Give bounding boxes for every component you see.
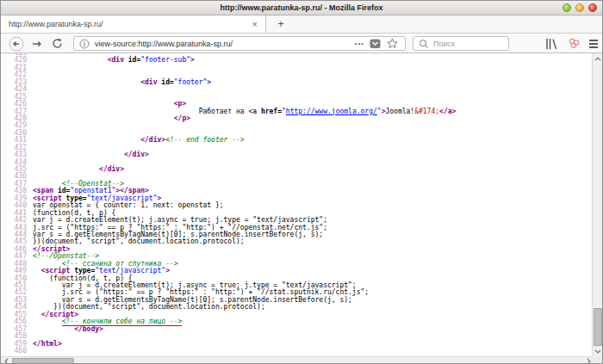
maximize-button[interactable] <box>575 3 584 12</box>
chevron-down-icon <box>594 349 601 354</box>
menu-button[interactable] <box>587 34 600 53</box>
source-line: 457 </body> <box>1 326 456 333</box>
search-icon <box>419 39 429 49</box>
source-line: 421 <box>1 65 456 71</box>
search-input[interactable] <box>433 40 534 48</box>
reload-icon <box>51 37 64 50</box>
bookmark-star-icon[interactable] <box>387 38 398 49</box>
source-line: 460 <box>1 348 456 355</box>
href-link[interactable]: http://www.joomla.org/ <box>286 108 377 115</box>
tab-title: http://www.paratunka-sp.ru/ <box>1 20 245 28</box>
line-code: </div><!-- end footer --> <box>33 136 245 144</box>
line-code: </p> <box>33 114 190 122</box>
source-line: 424 <box>1 86 456 93</box>
back-icon <box>9 36 24 52</box>
url-bar[interactable]: ••• <box>73 36 406 51</box>
source-line: 428 </p> <box>1 115 456 122</box>
library-icon <box>544 38 558 50</box>
tab-close-button[interactable]: × <box>245 19 265 29</box>
source-line: 431 </div><!-- end footer --> <box>1 137 456 144</box>
back-button[interactable] <box>8 34 25 53</box>
source-line: 433 </div> <box>1 151 456 158</box>
minimize-button[interactable] <box>563 3 571 12</box>
tab-bar: http://www.paratunka-sp.ru/ × + <box>1 15 602 34</box>
new-tab-button[interactable]: + <box>273 15 289 33</box>
source-line: 458 <box>1 333 456 340</box>
hamburger-icon <box>589 40 598 48</box>
chevron-up-icon <box>594 57 601 61</box>
url-input[interactable] <box>95 40 353 48</box>
line-code: </body> <box>33 325 103 333</box>
extension-button[interactable] <box>566 34 581 53</box>
line-code: </div> <box>33 151 149 158</box>
source-line: 429 <box>1 122 456 129</box>
browser-window: http://www.paratunka-sp.ru/ - Mozilla Fi… <box>0 0 603 364</box>
source-code: 419420 <div id="footer-sub">421422423 <d… <box>1 53 456 355</box>
titlebar[interactable]: http://www.paratunka-sp.ru/ - Mozilla Fi… <box>1 1 602 15</box>
source-view[interactable]: 419420 <div id="footer-sub">421422423 <d… <box>1 53 594 356</box>
scroll-up-button[interactable] <box>593 53 603 64</box>
page-actions-button[interactable]: ••• <box>355 40 364 47</box>
horizontal-scroll-thumb[interactable] <box>12 358 74 364</box>
reload-button[interactable] <box>49 34 65 53</box>
extension-icon <box>568 37 581 50</box>
vertical-scrollbar[interactable] <box>592 53 602 356</box>
pocket-icon[interactable] <box>370 39 381 49</box>
line-code: </div> <box>33 165 124 173</box>
search-bar[interactable] <box>413 36 509 51</box>
forward-icon <box>30 37 44 51</box>
page-info-icon[interactable] <box>79 39 90 49</box>
scroll-down-button[interactable] <box>593 346 603 356</box>
vertical-scroll-thumb[interactable] <box>594 308 602 346</box>
source-line: 420 <div id="footer-sub"> <box>1 57 456 64</box>
chevron-right-icon <box>587 358 591 364</box>
library-button[interactable] <box>544 34 559 53</box>
chevron-left-icon <box>4 358 9 364</box>
close-button[interactable] <box>588 3 597 12</box>
scrollbar-corner <box>592 356 602 364</box>
window-title: http://www.paratunka-sp.ru/ - Mozilla Fi… <box>1 1 602 15</box>
line-code: <div id="footer-sub"> <box>33 56 195 64</box>
navigation-toolbar: ••• <box>1 34 602 53</box>
scroll-left-button[interactable] <box>1 357 11 364</box>
source-line: 423 <div id="footer"> <box>1 79 456 86</box>
line-code: <div id="footer"> <box>33 78 211 86</box>
window-controls <box>563 3 597 12</box>
source-line: 459</html> <box>1 341 456 348</box>
browser-tab[interactable]: http://www.paratunka-sp.ru/ × <box>1 15 266 33</box>
line-code: </html> <box>33 340 62 348</box>
forward-button[interactable] <box>29 34 45 53</box>
line-number: 460 <box>1 348 27 355</box>
source-line: 435 </div> <box>1 166 456 173</box>
horizontal-scrollbar[interactable] <box>1 356 594 364</box>
